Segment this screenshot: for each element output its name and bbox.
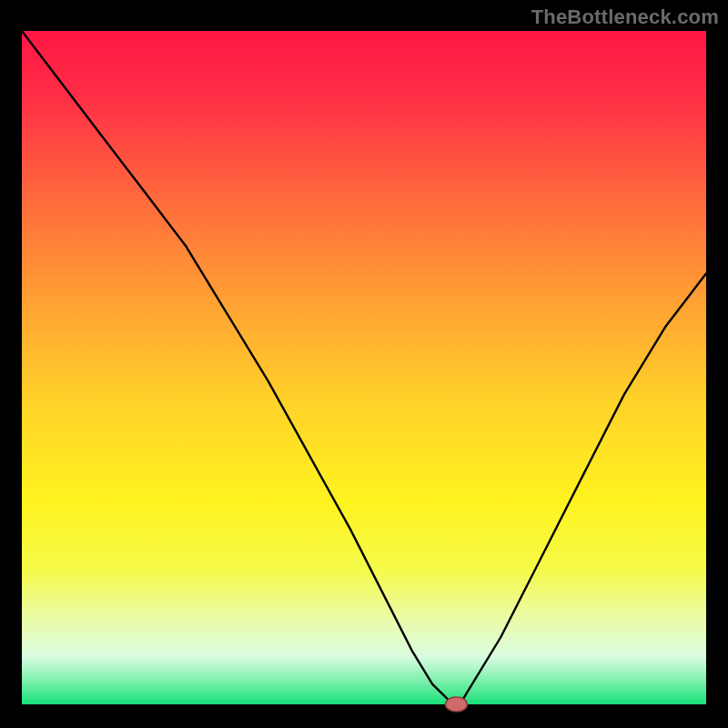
bottleneck-chart xyxy=(0,0,728,728)
watermark-text: TheBottleneck.com xyxy=(531,5,719,29)
plot-area xyxy=(22,31,706,704)
chart-container: TheBottleneck.com xyxy=(0,0,728,728)
optimal-marker xyxy=(446,697,468,712)
